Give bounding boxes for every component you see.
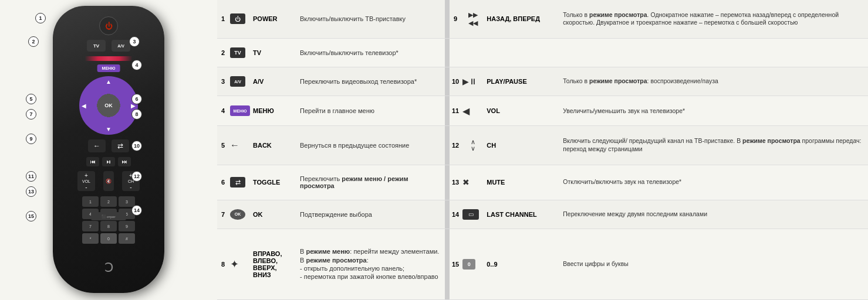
row-num: 4 (217, 96, 229, 126)
row-desc-r: Только в режиме просмотра. Однократное н… (561, 0, 868, 38)
playpause-icon: ▶⏸ (462, 77, 477, 86)
table-row: 1 ⏻ POWER Включить/выключить ТВ-приставк… (217, 0, 868, 38)
row-num-r: 9 (450, 0, 461, 38)
ok-icon-badge: OK (230, 209, 245, 220)
divider (445, 126, 450, 165)
tv-button[interactable]: TV (87, 40, 106, 52)
row-desc: Переключить видеовыход телевизора* (298, 67, 445, 96)
num7-button[interactable]: 7 (82, 221, 99, 231)
table-row: 5 ← BACK Вернуться в предыдущее состояни… (217, 126, 868, 165)
callout-5: 5 (26, 94, 36, 104)
num1-button[interactable]: 1 (82, 196, 99, 207)
brand-logo: Ↄ (104, 260, 113, 275)
row-icon: ← (229, 126, 251, 165)
power-icon: ⏻ (105, 22, 113, 30)
row-icon: ⇄ (229, 165, 251, 200)
row-icon-r: ▶⏸ (461, 67, 485, 96)
callout-3: 3 (129, 36, 140, 47)
reference-table: 1 ⏻ POWER Включить/выключить ТВ-приставк… (217, 0, 868, 300)
num-extra1-button[interactable]: * (82, 233, 99, 244)
row-label-r: 0..9 (485, 229, 561, 300)
row-label-r: CH (485, 126, 561, 165)
num0-button[interactable]: 0 (100, 233, 117, 244)
row-icon: TV (229, 38, 251, 67)
row-icon-r: ∧ ∨ (461, 126, 485, 165)
row-desc: Вернуться в предыдущее состояние (298, 126, 445, 165)
table-row: 6 ⇄ TOGGLE Переключить режим меню / режи… (217, 165, 868, 200)
menu-icon-badge: МЕНЮ (230, 105, 250, 116)
rewind-button[interactable]: ⏮ (86, 157, 99, 166)
callout-12: 12 (131, 171, 142, 182)
arc-indicator (82, 56, 135, 61)
back-button[interactable]: ← (88, 139, 106, 152)
callout-2: 2 (28, 36, 39, 47)
rew-icon: ◀◀ (468, 19, 478, 27)
tv-av-row: TV A/V (87, 40, 130, 52)
back-icon: ← (230, 140, 239, 150)
num2-button[interactable]: 2 (100, 196, 117, 207)
row-num-r: 15 (450, 229, 461, 300)
forward-button[interactable]: ⏭ (118, 157, 131, 166)
row-num-r: 11 (450, 96, 461, 126)
row-label: OK (251, 200, 298, 229)
row-desc-r: Отключить/включить звук на телевизоре* (561, 165, 868, 200)
row-desc: Подтверждение выбора (298, 200, 445, 229)
num8-button[interactable]: 8 (100, 221, 117, 231)
av-button[interactable]: A/V (112, 40, 130, 52)
row-icon: МЕНЮ (229, 96, 251, 126)
row-icon: A/V (229, 67, 251, 96)
callout-10: 10 (131, 141, 142, 151)
mute-button[interactable]: 🔇 (103, 171, 114, 191)
callout-14: 14 (131, 205, 142, 216)
last-channel-button[interactable]: ⬛ отрег (91, 212, 126, 220)
row-num-r: 10 (450, 67, 461, 96)
row-num-r: 12 (450, 126, 461, 165)
ff-icon: ▶▶ (468, 11, 478, 19)
row-num: 5 (217, 126, 229, 165)
play-pause-button[interactable]: ⏯ (102, 157, 115, 166)
callout-15: 15 (26, 211, 36, 221)
row-label: ВПРАВО, ВЛЕВО, ВВЕРХ, ВНИЗ (251, 229, 298, 300)
menu-button[interactable]: МЕНЮ (97, 64, 120, 72)
row-num-r: 13 (450, 165, 461, 200)
toggle-button[interactable]: ⇄ (112, 139, 129, 152)
callout-1: 1 (35, 13, 46, 23)
row-desc: Включить/выключить телевизор* (298, 38, 445, 67)
callout-8: 8 (131, 109, 142, 120)
row-label: МЕНЮ (251, 96, 298, 126)
row-label: A/V (251, 67, 298, 96)
row-num: 6 (217, 165, 229, 200)
nav-circle[interactable]: OK ▲ ▼ ◀ ▶ (79, 76, 138, 135)
num-extra2-button[interactable]: # (119, 233, 135, 244)
row-desc: Перейти в главное меню (298, 96, 445, 126)
table-row: 8 ✦ ВПРАВО, ВЛЕВО, ВВЕРХ, ВНИЗ В режиме … (217, 229, 868, 300)
row-label: POWER (251, 0, 298, 38)
vol-label: VOL (82, 179, 90, 183)
vol-button[interactable]: + VOL - (77, 171, 95, 191)
row-num-r: 14 (450, 200, 461, 229)
row-desc-r-empty (450, 38, 868, 67)
row-icon: ✦ (229, 229, 251, 300)
row-desc: В режиме меню: перейти между элементами.… (298, 229, 445, 300)
vol-icon: ◀ (462, 106, 470, 116)
ch-icon-group: ∧ ∨ (462, 139, 484, 152)
table-row: 4 МЕНЮ МЕНЮ Перейти в главное меню 11 ◀ … (217, 96, 868, 126)
table-row: 2 TV TV Включить/выключить телевизор* (217, 38, 868, 67)
row-label: TV (251, 38, 298, 67)
divider (445, 38, 450, 67)
row-label-r: PLAY/PAUSE (485, 67, 561, 96)
row-icon-r: ▶▶ ◀◀ (461, 0, 485, 38)
row-icon: ⏻ (229, 0, 251, 38)
num3-button[interactable]: 3 (119, 196, 135, 207)
row-label-r: VOL (485, 96, 561, 126)
power-button[interactable]: ⏻ (99, 16, 118, 35)
row-desc: Переключить режим меню / режим просмотра (298, 165, 445, 200)
back-toggle-row: ← ⇄ (88, 139, 129, 152)
ok-button[interactable]: OK (99, 96, 118, 115)
num9-button[interactable]: 9 (119, 221, 135, 231)
table-row: 7 OK OK Подтверждение выбора 14 ▭ LAST C… (217, 200, 868, 229)
playback-row: ⏮ ⏯ ⏭ (86, 157, 131, 166)
row-icon-r: ◀ (461, 96, 485, 126)
ch-down-sym: ∨ (471, 145, 475, 152)
mute-icon: 🔇 (106, 179, 112, 184)
